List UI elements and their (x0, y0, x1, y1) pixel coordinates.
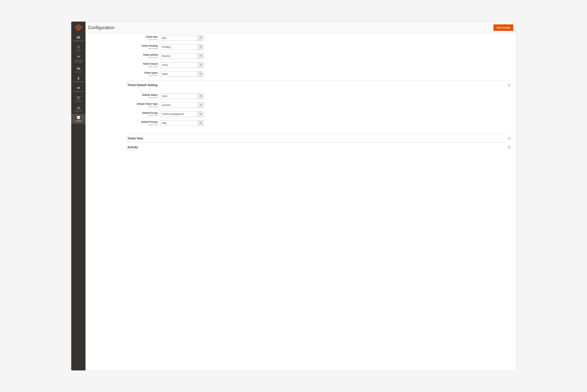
sidebar-item-label: HELPDESK MANAGER (74, 60, 83, 63)
select-value: Close (160, 62, 198, 68)
select-value: Question (160, 102, 198, 108)
sidebar-item-sales[interactable]: SALES (71, 44, 86, 53)
sidebar-item-marketing[interactable]: MARKETING (71, 84, 86, 94)
field-scope: [store view] (127, 66, 158, 68)
select-value: Spam (160, 72, 198, 76)
select-value: High (160, 120, 198, 126)
field-label: Default Priority [store view] (127, 120, 160, 126)
field-label-text: Default Priority (127, 120, 158, 123)
select-ticket-solved[interactable]: Resolve (160, 53, 203, 59)
sidebar-item-customers[interactable]: CUSTOMERS (71, 74, 86, 84)
field-row-default-priority: Default Priority [store view] High (127, 120, 511, 126)
field-label: Ticket Spam [store view] (127, 71, 160, 76)
megaphone-icon (77, 86, 80, 90)
field-label-text: Ticket Pending (127, 44, 158, 47)
select-ticket-pending[interactable]: Pending (160, 44, 203, 50)
select-value: Resolve (160, 54, 198, 58)
select-value: Pending (160, 44, 198, 50)
field-row-ticket-closed: Ticket Closed [store view] Close (127, 62, 511, 68)
field-row-ticket-pending: Ticket Pending [store view] Pending (127, 44, 511, 50)
select-default-ticket-type[interactable]: Question (160, 102, 203, 108)
field-row-default-status: Default Status [store view] Open (127, 94, 511, 99)
app-window: DASHBOARD SALES HELPDESK MANAGER CATALOG (71, 22, 516, 370)
select-ticket-spam[interactable]: Spam (160, 71, 203, 77)
expand-icon (508, 137, 511, 140)
bars-icon (77, 106, 80, 110)
sidebar-item-label: MARKETING (74, 91, 83, 92)
field-label: Ticket New [store view] (127, 35, 160, 40)
section-ticket-view: Ticket View (127, 134, 511, 142)
sidebar-item-dashboard[interactable]: DASHBOARD (71, 34, 86, 44)
field-scope: [store view] (127, 106, 158, 108)
page-header: Configuration Save Config (86, 22, 516, 34)
dollar-icon (77, 45, 79, 49)
field-label: Ticket Closed [store view] (127, 62, 160, 68)
field-label-text: Ticket Closed (127, 62, 158, 65)
dropdown-arrow-icon (198, 112, 203, 117)
helpdesk-icon (77, 55, 80, 58)
field-scope: [store view] (127, 74, 158, 76)
sidebar: DASHBOARD SALES HELPDESK MANAGER CATALOG (71, 22, 86, 370)
page-title: Configuration (88, 25, 114, 30)
sidebar-item-label: REPORTS (75, 110, 82, 112)
sidebar-item-catalog[interactable]: CATALOG (71, 65, 86, 74)
field-scope: [store view] (127, 38, 158, 40)
sidebar-item-reports[interactable]: REPORTS (71, 104, 86, 114)
select-value: New (160, 36, 198, 40)
select-default-priority[interactable]: High (160, 120, 203, 126)
section-title: Activity (127, 146, 138, 149)
box-icon (77, 66, 80, 70)
dropdown-arrow-icon (198, 72, 203, 76)
field-scope: [store view] (127, 48, 158, 50)
field-row-ticket-spam: Ticket Spam [store view] Spam (127, 71, 511, 77)
select-default-group[interactable]: Product Management (160, 112, 203, 117)
dropdown-arrow-icon (198, 62, 203, 68)
sidebar-item-label: STORES (75, 120, 82, 122)
svg-point-0 (78, 76, 79, 78)
sidebar-item-label: SALES (76, 50, 81, 52)
dropdown-arrow-icon (198, 54, 203, 58)
svg-rect-2 (78, 106, 79, 109)
field-label: Ticket Solved [store view] (127, 53, 160, 58)
save-config-button[interactable]: Save Config (493, 24, 513, 31)
field-label: Ticket Pending [store view] (127, 44, 160, 50)
sidebar-item-label: CUSTOMERS (73, 81, 84, 82)
layout-icon (77, 96, 80, 100)
sidebar-item-label: CATALOG (75, 71, 82, 73)
collapse-icon (508, 84, 511, 87)
select-value: Open (160, 94, 198, 99)
sidebar-item-label: CONTENT (75, 100, 82, 102)
storefront-icon (77, 116, 80, 119)
dropdown-arrow-icon (198, 120, 203, 126)
select-value: Product Management (160, 112, 198, 117)
field-label: Default Status [store view] (127, 94, 160, 98)
field-label-text: Ticket Spam (127, 71, 158, 74)
field-row-default-ticket-type: Default Ticket Type [store view] Questio… (127, 102, 511, 108)
dropdown-arrow-icon (198, 44, 203, 50)
field-label: Default Group [store view] (127, 112, 160, 116)
field-scope: [store view] (127, 96, 158, 98)
section-header-ticket-view[interactable]: Ticket View (127, 134, 511, 142)
section-header-ticket-default[interactable]: Ticket Default Setting (127, 80, 511, 90)
magento-logo[interactable] (71, 22, 86, 34)
field-row-ticket-new: Ticket New [store view] New (127, 35, 511, 41)
expand-icon (508, 146, 511, 149)
field-row-default-group: Default Group [store view] Product Manag… (127, 112, 511, 117)
dropdown-arrow-icon (198, 36, 203, 40)
field-scope: [store view] (127, 114, 158, 116)
section-activity: Activity (127, 142, 511, 151)
field-label-text: Default Ticket Type (127, 102, 158, 105)
sidebar-item-helpdesk[interactable]: HELPDESK MANAGER (71, 53, 86, 65)
sidebar-item-stores[interactable]: STORES (71, 114, 86, 124)
select-default-status[interactable]: Open (160, 94, 203, 99)
field-label-text: Ticket New (127, 35, 158, 38)
field-row-ticket-solved: Ticket Solved [store view] Resolve (127, 53, 511, 59)
section-header-activity[interactable]: Activity (127, 143, 511, 151)
select-ticket-new[interactable]: New (160, 35, 203, 41)
section-title: Ticket View (127, 137, 143, 140)
section-ticket-default: Ticket Default Setting Default Status [s… (127, 80, 511, 132)
select-ticket-closed[interactable]: Close (160, 62, 203, 68)
section-title: Ticket Default Setting (127, 84, 157, 87)
person-icon (78, 76, 79, 80)
sidebar-item-content[interactable]: CONTENT (71, 94, 86, 104)
